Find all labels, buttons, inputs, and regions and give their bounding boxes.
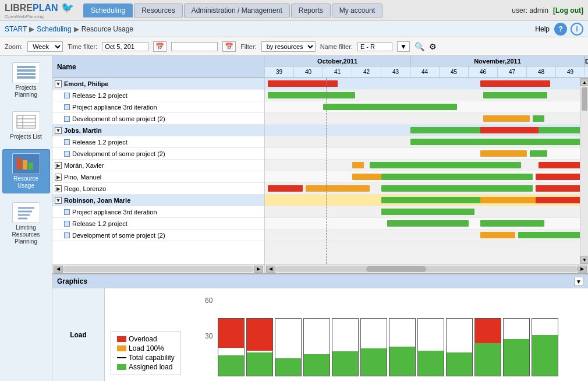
time-filter-end[interactable] — [171, 42, 218, 51]
expand-icon[interactable]: ▼ — [55, 80, 62, 87]
task-icon — [64, 151, 70, 157]
expand-icon[interactable]: ▼ — [55, 197, 62, 204]
nav-tab-account[interactable]: My account — [332, 3, 382, 17]
calendar-icon[interactable]: 📅 — [153, 41, 167, 52]
bar-assigned-12 — [532, 335, 558, 376]
table-row[interactable]: ▶ Pino, Manuel — [52, 171, 264, 183]
row-label: Development of some project (2) — [72, 150, 165, 157]
table-row[interactable]: ▼ Robinson, Joan Marie — [52, 195, 264, 206]
scroll-left-btn[interactable]: ◀ — [54, 266, 63, 273]
info-button[interactable]: i — [571, 23, 583, 36]
table-row[interactable]: Development of some project (2) — [52, 148, 264, 160]
week-46: 46 — [469, 66, 498, 77]
calendar-icon2[interactable]: 📅 — [222, 41, 236, 52]
scroll-track-h[interactable] — [275, 266, 578, 272]
bar-rob-dev-o — [480, 232, 515, 238]
breadcrumb-scheduling[interactable]: Scheduling — [37, 25, 71, 33]
filter-select[interactable]: by resources by projects — [261, 41, 316, 52]
week-39: 39 — [265, 66, 294, 77]
sidebar-item-limiting-resources[interactable]: Limiting Resources Planning — [2, 198, 50, 249]
bar-overload-1 — [218, 319, 244, 348]
bar-overload-10 — [475, 319, 501, 343]
scroll-down-btn[interactable]: ▼ — [580, 256, 588, 264]
bar-pino-o — [352, 174, 381, 180]
bar-assigned-2 — [247, 352, 272, 376]
zoom-select[interactable]: Week Day Month — [27, 41, 63, 52]
gantt-weeks: 39 40 41 42 43 44 45 46 47 48 49 50 — [265, 66, 588, 78]
gantt-column-header: Name — [52, 56, 264, 78]
nav-tab-reports[interactable]: Reports — [291, 3, 331, 17]
legend-load100: Load 100% — [117, 344, 175, 352]
bar-group-4 — [303, 318, 330, 376]
sidebar-item-resource-usage[interactable]: Resource Usage — [2, 149, 50, 193]
sidebar-label-resource-usage: Resource Usage — [5, 175, 47, 189]
table-row[interactable]: Development of some project (2) — [52, 113, 264, 125]
scroll-left-chart[interactable]: ◀ — [266, 266, 275, 273]
graphics-section: Graphics ▼ Load Overload Load 100% — [52, 273, 588, 381]
vertical-scrollbar[interactable]: ▲ ▼ — [580, 78, 588, 264]
sidebar-item-projects-list[interactable]: Projects List — [2, 107, 50, 144]
svg-rect-11 — [29, 163, 33, 170]
scroll-track[interactable] — [63, 266, 254, 272]
expand-icon[interactable]: ▼ — [55, 127, 62, 134]
gantt-chart-rows-container — [265, 78, 580, 264]
logout-button[interactable]: [Log out] — [553, 6, 583, 15]
scroll-right-btn[interactable]: ▶ — [254, 266, 263, 273]
week-47: 47 — [498, 66, 527, 77]
scroll-thumb-h[interactable] — [366, 266, 427, 272]
chart-row-jobs — [265, 125, 580, 136]
scroll-track-v[interactable] — [580, 86, 588, 256]
nav-tab-resources[interactable]: Resources — [134, 3, 182, 17]
breadcrumb-start[interactable]: START — [5, 25, 27, 33]
help-button[interactable]: ? — [554, 23, 567, 36]
table-row[interactable]: Release 1.2 project — [52, 218, 264, 230]
sidebar-item-projects-planning[interactable]: Projects Planning — [2, 58, 50, 103]
table-row[interactable]: Release 1.2 project — [52, 90, 264, 101]
time-filter-input[interactable] — [102, 42, 148, 51]
expand-icon[interactable]: ▶ — [55, 162, 62, 169]
task-icon — [64, 209, 70, 215]
main-layout: Projects Planning Projects List — [0, 56, 588, 381]
bar-jobs-r — [410, 139, 580, 145]
bar-assigned-7 — [389, 347, 415, 376]
gantt-scroll-h-left[interactable]: ◀ ▶ — [52, 264, 264, 273]
scroll-right-chart[interactable]: ▶ — [578, 266, 587, 273]
nav-tab-admin[interactable]: Administration / Management — [184, 3, 290, 17]
bar-group-10 — [474, 318, 501, 376]
bar-group-5 — [332, 318, 359, 376]
logo-plan: PLAN — [33, 3, 58, 13]
task-icon — [64, 221, 70, 227]
bar-moran-g2 — [381, 162, 521, 168]
toolbar: Zoom: Week Day Month Time filter: 📅 📅 Fi… — [0, 37, 588, 56]
breadcrumb-current: Resource Usage — [82, 25, 133, 33]
search-icon[interactable]: 🔍 — [415, 42, 424, 51]
scroll-thumb[interactable] — [582, 87, 587, 111]
settings-icon[interactable]: ⚙ — [429, 42, 437, 51]
expand-icon[interactable]: ▶ — [55, 185, 62, 192]
nav-tab-scheduling[interactable]: Scheduling — [83, 3, 133, 17]
row-label: Release 1.2 project — [72, 220, 127, 227]
chart-row-moran — [265, 160, 580, 171]
scroll-up-btn[interactable]: ▲ — [580, 78, 588, 86]
collapse-graphics-btn[interactable]: ▼ — [574, 277, 583, 286]
row-label: Development of some project (2) — [72, 232, 165, 239]
dropdown-icon[interactable]: ▼ — [397, 41, 410, 52]
table-row[interactable]: Development of some project (2) — [52, 230, 264, 241]
nav-right: user: admin [Log out] — [512, 6, 583, 15]
week-43: 43 — [381, 66, 410, 77]
table-row[interactable]: ▼ Jobs, Martin — [52, 125, 264, 136]
chart-row-rob-app — [265, 206, 580, 218]
bar-rego-o — [306, 185, 370, 192]
table-row[interactable]: ▼ Emont, Philipe — [52, 78, 264, 90]
expand-icon[interactable]: ▶ — [55, 174, 62, 181]
name-filter-input[interactable] — [357, 42, 392, 51]
table-row[interactable]: Project appliance 3rd iteration — [52, 206, 264, 218]
table-row[interactable]: Project appliance 3rd iteration — [52, 101, 264, 113]
table-row[interactable]: ▶ Rego, Lorenzo — [52, 183, 264, 195]
table-row[interactable]: Release 1.2 project — [52, 136, 264, 148]
gantt-scroll-h-right[interactable]: ◀ ▶ — [265, 264, 588, 273]
gantt-left: Name ▼ Emont, Philipe Release 1.2 projec… — [52, 56, 265, 273]
table-row[interactable]: ▶ Morán, Xavier — [52, 160, 264, 171]
chart-row-rob-rel — [265, 218, 580, 230]
user-label: user: admin — [512, 6, 548, 15]
